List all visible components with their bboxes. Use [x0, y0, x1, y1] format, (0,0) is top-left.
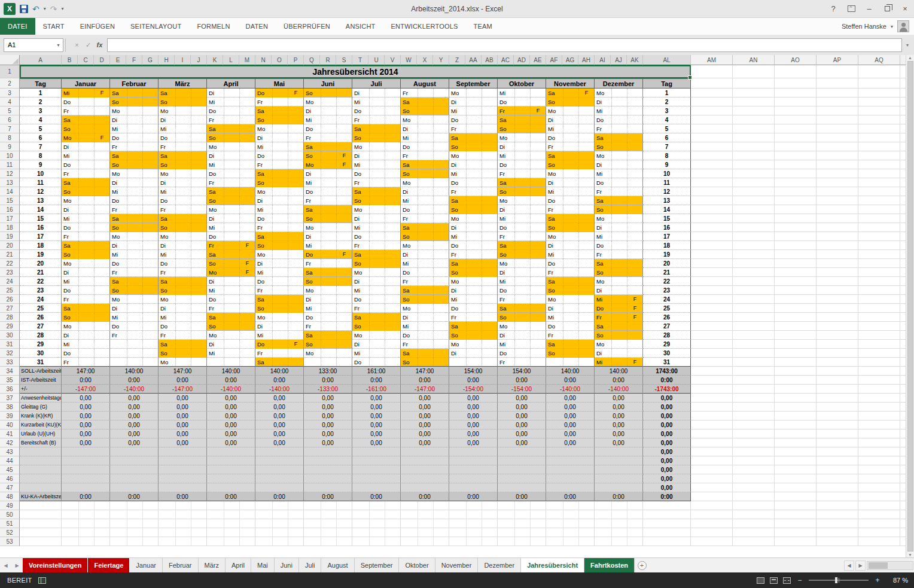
sheet-tab-september[interactable]: September: [355, 558, 400, 572]
blank-value[interactable]: [159, 456, 207, 465]
row-header-19[interactable]: 19: [0, 232, 20, 241]
blank-value[interactable]: [110, 474, 159, 483]
empty-cell[interactable]: [691, 232, 733, 241]
calendar-cell-m-rz-10[interactable]: Mo: [159, 169, 207, 178]
empty-cell[interactable]: [546, 528, 595, 537]
calendar-cell-mai-13[interactable]: Di: [255, 196, 304, 205]
empty-cell[interactable]: [643, 528, 691, 537]
blank-value[interactable]: [449, 447, 498, 456]
empty-cell[interactable]: [858, 286, 900, 295]
close-button[interactable]: ×: [896, 0, 914, 17]
empty-cell[interactable]: [858, 65, 900, 78]
empty-cell[interactable]: [733, 438, 775, 447]
empty-cell[interactable]: [816, 89, 858, 98]
blank-value[interactable]: [546, 456, 595, 465]
blank-value[interactable]: [595, 447, 643, 456]
empty-cell[interactable]: [207, 528, 255, 537]
day-number-right-26[interactable]: 26: [643, 313, 691, 322]
blank-value[interactable]: [207, 474, 255, 483]
empty-cell[interactable]: [691, 456, 733, 465]
row-header-7[interactable]: 7: [0, 124, 20, 133]
calendar-cell-november-25[interactable]: Di: [546, 304, 595, 313]
empty-cell[interactable]: [207, 501, 255, 510]
empty-cell[interactable]: [733, 519, 775, 528]
empty-cell[interactable]: [110, 528, 159, 537]
formula-bar-expand-icon[interactable]: ▾: [902, 38, 913, 52]
empty-cell[interactable]: [858, 241, 900, 250]
header-month-oktober[interactable]: Oktober: [498, 78, 546, 89]
blank-value[interactable]: [546, 483, 595, 492]
row-header-13[interactable]: 13: [0, 178, 20, 187]
blank-value[interactable]: [449, 474, 498, 483]
row-header-16[interactable]: 16: [0, 205, 20, 214]
empty-cell[interactable]: [733, 241, 775, 250]
blank-value[interactable]: [255, 465, 304, 474]
empty-cell[interactable]: [816, 106, 858, 115]
empty-cell[interactable]: [691, 528, 733, 537]
calendar-cell-oktober-3[interactable]: FrF: [498, 106, 546, 115]
day-number-right-16[interactable]: 16: [643, 223, 691, 232]
stat-value-september[interactable]: 0,00: [449, 412, 498, 421]
empty-cell[interactable]: [733, 304, 775, 313]
calendar-cell-oktober-19[interactable]: So: [498, 250, 546, 259]
stat-value-januar[interactable]: 0,00: [62, 421, 110, 429]
day-number-right-21[interactable]: 21: [643, 268, 691, 277]
column-header-ao[interactable]: AO: [775, 55, 816, 65]
calendar-cell-august-13[interactable]: Mi: [401, 196, 449, 205]
hscroll-left-icon[interactable]: ◀: [844, 560, 854, 571]
calendar-cell-oktober-1[interactable]: Mi: [498, 89, 546, 98]
blank-value[interactable]: [352, 474, 401, 483]
stat-value-august[interactable]: 0,00: [401, 394, 449, 403]
day-number-left-5[interactable]: 5: [20, 124, 62, 133]
empty-cell[interactable]: [691, 169, 733, 178]
user-dropdown-icon[interactable]: ▾: [891, 24, 893, 29]
calendar-cell-juni-13[interactable]: Fr: [304, 196, 352, 205]
day-number-left-1[interactable]: 1: [20, 89, 62, 98]
empty-cell[interactable]: [20, 528, 62, 537]
blank-value[interactable]: [595, 474, 643, 483]
column-header-ak[interactable]: AK: [627, 55, 643, 65]
calendar-cell-juni-10[interactable]: Di: [304, 169, 352, 178]
empty-cell[interactable]: [304, 510, 352, 519]
empty-cell[interactable]: [691, 277, 733, 286]
calendar-cell-juni-21[interactable]: Sa: [304, 268, 352, 277]
scroll-down-icon[interactable]: ▼: [908, 553, 912, 557]
column-header-n[interactable]: N: [255, 55, 272, 65]
empty-cell[interactable]: [691, 214, 733, 223]
calendar-cell-oktober-13[interactable]: Mo: [498, 196, 546, 205]
calendar-cell-oktober-11[interactable]: Sa: [498, 178, 546, 187]
day-number-left-29[interactable]: 29: [20, 340, 62, 349]
calendar-cell-november-24[interactable]: Mo: [546, 295, 595, 304]
calendar-cell-august-25[interactable]: Mo: [401, 304, 449, 313]
summary-value-april[interactable]: 140:00: [207, 367, 255, 376]
empty-cell[interactable]: [816, 376, 858, 385]
calendar-cell-november-10[interactable]: Mo: [546, 169, 595, 178]
stat-value-januar[interactable]: 0,00: [62, 394, 110, 403]
calendar-cell-mai-10[interactable]: Sa: [255, 169, 304, 178]
empty-cell[interactable]: [691, 178, 733, 187]
empty-cell[interactable]: [775, 169, 816, 178]
calendar-cell-januar-25[interactable]: Sa: [62, 304, 110, 313]
calendar-cell-oktober-2[interactable]: Do: [498, 98, 546, 106]
calendar-cell-februar-23[interactable]: So: [110, 286, 159, 295]
empty-cell[interactable]: [858, 223, 900, 232]
restore-button[interactable]: [878, 0, 896, 17]
day-number-right-25[interactable]: 25: [643, 304, 691, 313]
empty-cell[interactable]: [595, 537, 643, 546]
calendar-cell-september-25[interactable]: Do: [449, 304, 498, 313]
calendar-cell-oktober-26[interactable]: So: [498, 313, 546, 322]
empty-cell[interactable]: [733, 169, 775, 178]
calendar-cell-oktober-5[interactable]: So: [498, 124, 546, 133]
calendar-cell-dezember-26[interactable]: FrF: [595, 313, 643, 322]
calendar-cell-august-3[interactable]: So: [401, 106, 449, 115]
calendar-cell-november-9[interactable]: So: [546, 160, 595, 169]
empty-cell[interactable]: [775, 205, 816, 214]
summary-value-oktober[interactable]: 154:00: [498, 367, 546, 376]
ribbon-tab--berpr-fen[interactable]: ÜBERPRÜFEN: [276, 18, 338, 35]
summary-value-februar[interactable]: -140:00: [110, 385, 159, 394]
empty-cell[interactable]: [691, 205, 733, 214]
empty-cell[interactable]: [858, 268, 900, 277]
calendar-cell-juli-15[interactable]: Di: [352, 214, 401, 223]
row-header-38[interactable]: 38: [0, 403, 20, 412]
empty-cell[interactable]: [858, 151, 900, 160]
